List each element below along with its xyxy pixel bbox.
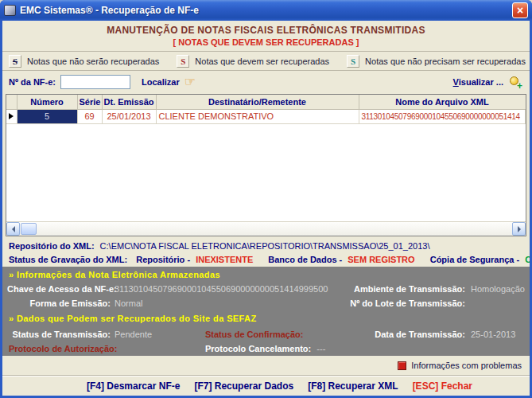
row-selector-icon — [9, 113, 14, 119]
grid-empty-area — [6, 124, 526, 222]
info-panel: » Informações da Nota Eletrônica Armazen… — [2, 267, 530, 356]
close-icon: × — [517, 4, 523, 17]
f4-desmarcar-button[interactable]: [F4] Desmarcar NF-e — [87, 380, 180, 392]
table-horizontal-scrollbar[interactable] — [6, 221, 526, 236]
pointing-hand-icon: ☞ — [184, 78, 196, 86]
protocolo-autorizacao-group: Protocolo de Autorização: — [9, 343, 177, 354]
ambiente-label: Ambiente de Transmissão: — [354, 284, 465, 294]
repository-path-line: Repositório do XML: C:\EMC\NOTA FISCAL E… — [9, 240, 523, 253]
xml-save-status-line: Status de Gravação do XML: Repositório -… — [9, 253, 523, 267]
lote-group: Nº do Lote de Transmissão: — [350, 298, 525, 309]
repository-path: C:\EMC\NOTA FISCAL ELETRONICA\REPOSITORI… — [100, 241, 430, 251]
protocolo-cancelamento-group: Protocolo Cancelamento: --- — [205, 343, 371, 354]
status-confirmacao-label: Status de Confirmação: — [205, 330, 303, 339]
f7-recuperar-dados-button[interactable]: [F7] Recuperar Dados — [194, 380, 293, 392]
db-status-label: Banco de Dados - — [268, 255, 342, 264]
search-bar: Nº da NF-e: Localizar ☞ Visualizar ... — [2, 71, 530, 92]
column-header-serie[interactable]: Série — [77, 95, 102, 109]
f8-recuperar-xml-button[interactable]: [F8] Recuperar XML — [308, 380, 398, 392]
cell-destinatario[interactable]: CLIENTE DEMONSTRATIVO — [156, 109, 359, 123]
data-transmissao-label: Data de Transmissão: — [375, 330, 465, 339]
protocolo-autorizacao-label: Protocolo de Autorização: — [9, 344, 118, 353]
problem-legend-label: Informações com problemas — [411, 361, 522, 370]
cell-arquivo-xml[interactable]: 31130104507969000104550690000000051414 — [359, 109, 526, 123]
footer-bar: [F4] Desmarcar NF-e [F7] Recuperar Dados… — [2, 375, 530, 396]
window-title: EMC Sistemas® - Recuperação de NF-e — [20, 5, 508, 16]
page-title: MANUTENÇÃO DE NOTAS FISCAIS ELETRÔNICAS … — [2, 25, 530, 36]
chave-acesso-value: 3113010450796900010455069000000005141499… — [115, 283, 328, 295]
client-area: MANUTENÇÃO DE NOTAS FISCAIS ELETRÔNICAS … — [2, 21, 530, 396]
repo-status-label: Repositório - — [136, 255, 190, 264]
magnifier-icon — [509, 76, 522, 88]
problem-legend: Informações com problemas — [2, 356, 530, 375]
data-transmissao-value: 25-01-2013 — [471, 329, 525, 340]
scroll-right-icon — [518, 226, 521, 232]
forma-emissao-value: Normal — [115, 298, 142, 309]
visualizar-button[interactable]: Visualizar ... — [453, 76, 522, 88]
status-lines: Repositório do XML: C:\EMC\NOTA FISCAL E… — [2, 236, 530, 267]
esc-fechar-button[interactable]: [ESC] Fechar — [413, 380, 472, 392]
backup-status-value: CONSISTENTE — [525, 255, 530, 264]
legend-label: Notas que não precisam ser recuperadas — [365, 57, 526, 66]
section-title-sefaz: » Dados que Podem ser Recuperados do Sit… — [9, 313, 257, 324]
column-header-arquivo-xml[interactable]: Nome do Arquivo XML — [359, 95, 526, 109]
s-strikethrough-icon: S — [9, 55, 21, 68]
column-header-selector — [6, 95, 17, 109]
ambiente-value: Homologação — [471, 283, 525, 295]
legend-item-nao-precisam: S Notas que não precisam ser recuperadas — [347, 55, 526, 68]
cell-dt-emissao[interactable]: 25/01/2013 — [102, 109, 156, 123]
app-icon — [4, 5, 16, 16]
visualizar-accel: V — [453, 77, 459, 87]
legend-label: Notas que não serão recuperadas — [27, 57, 159, 66]
s-teal-icon: S — [347, 55, 359, 68]
protocolo-cancelamento-value: --- — [316, 343, 371, 354]
cell-serie[interactable]: 69 — [77, 109, 102, 123]
page-header: MANUTENÇÃO DE NOTAS FISCAIS ELETRÔNICAS … — [2, 21, 530, 49]
chave-acesso-label: Chave de Acesso da NF-e: — [7, 283, 111, 295]
nfe-grid: Número Série Dt. Emissão Destinatário/Re… — [6, 94, 526, 236]
legend-item-nao-serao: S Notas que não serão recuperadas — [9, 55, 159, 68]
repository-label: Repositório do XML: — [9, 241, 95, 251]
nfe-table: Número Série Dt. Emissão Destinatário/Re… — [6, 95, 526, 124]
backup-status-label: Cópia de Segurança - — [430, 255, 519, 264]
status-transmissao-value: Pendente — [115, 329, 152, 340]
lote-label: Nº do Lote de Transmissão: — [350, 298, 465, 308]
scroll-right-button[interactable] — [512, 222, 526, 236]
legend-label: Notas que devem ser recuperadas — [195, 57, 329, 66]
visualizar-label: isualizar ... — [459, 77, 503, 87]
table-header-row: Número Série Dt. Emissão Destinatário/Re… — [6, 95, 526, 109]
page-subtitle: [ NOTAS QUE DEVEM SER RECUPERADAS ] — [2, 37, 530, 47]
cell-numero[interactable]: 5 — [17, 109, 77, 123]
app-window: EMC Sistemas® - Recuperação de NF-e × MA… — [0, 0, 532, 398]
ambiente-group: Ambiente de Transmissão: Homologação — [354, 283, 525, 295]
data-transmissao-group: Data de Transmissão: 25-01-2013 — [375, 329, 525, 340]
s-red-icon: S — [177, 55, 189, 68]
scroll-thumb[interactable] — [21, 223, 37, 235]
legend-bar: S Notas que não serão recuperadas S Nota… — [2, 51, 530, 71]
table-row[interactable]: 5 69 25/01/2013 CLIENTE DEMONSTRATIVO 31… — [6, 109, 526, 123]
protocolo-cancelamento-label: Protocolo Cancelamento: — [205, 344, 311, 353]
save-status-label: Status de Gravação do XML: — [9, 255, 127, 264]
title-bar[interactable]: EMC Sistemas® - Recuperação de NF-e × — [0, 0, 532, 21]
status-confirmacao-group: Status de Confirmação: — [205, 329, 363, 340]
scroll-left-icon — [12, 226, 15, 232]
status-transmissao-label: Status de Transmissão: — [7, 329, 111, 340]
column-header-dt-emissao[interactable]: Dt. Emissão — [102, 95, 156, 109]
repo-status-value: INEXISTENTE — [196, 255, 253, 264]
close-button[interactable]: × — [512, 2, 528, 18]
column-header-numero[interactable]: Número — [17, 95, 77, 109]
forma-emissao-label: Forma de Emissão: — [7, 298, 111, 309]
db-status-value: SEM REGISTRO — [348, 255, 414, 264]
section-title-armazenadas: » Informações da Nota Eletrônica Armazen… — [9, 269, 220, 280]
nfe-number-label: Nº da NF-e: — [9, 77, 56, 87]
nfe-number-input[interactable] — [60, 75, 130, 89]
row-selector-cell — [6, 109, 17, 123]
scroll-left-button[interactable] — [6, 222, 20, 236]
column-header-destinatario[interactable]: Destinatário/Remetente — [156, 95, 359, 109]
legend-item-devem: S Notas que devem ser recuperadas — [177, 55, 329, 68]
localizar-label: Localizar — [142, 77, 180, 87]
localizar-button[interactable]: Localizar ☞ — [142, 77, 196, 87]
problem-square-icon — [398, 361, 406, 370]
